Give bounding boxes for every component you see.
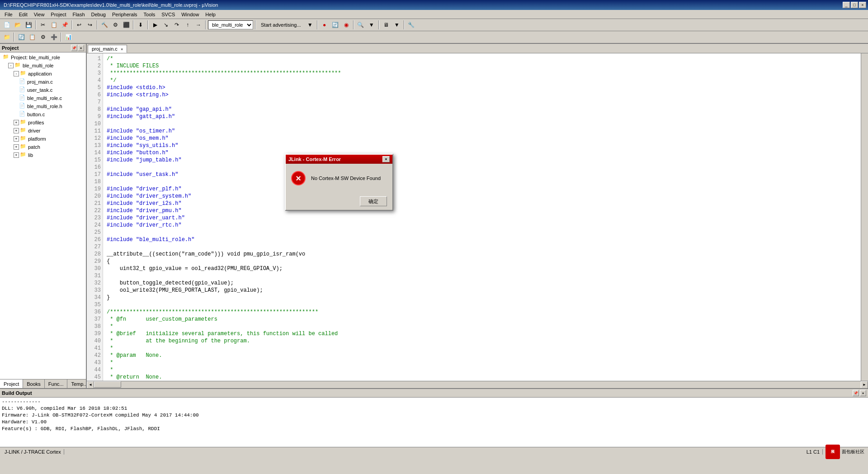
- project-panel-title-text: Project: [2, 45, 19, 51]
- adv-dropdown-btn[interactable]: ▼: [305, 20, 315, 30]
- menu-window[interactable]: Window: [179, 11, 202, 18]
- window-title: D:\FREQCHIP\FR801xH-SDK\examples\dev1.0\…: [2, 2, 843, 8]
- manage-config-btn[interactable]: ⚙: [38, 32, 48, 42]
- freq-chip-text: 面包板社区: [842, 449, 864, 455]
- expand-profiles-icon[interactable]: +: [14, 120, 19, 125]
- tree-folder-lib[interactable]: + 📁 lib: [1, 151, 85, 159]
- tab-temp-label: Temp...: [71, 381, 87, 387]
- build-output-close-btn[interactable]: ×: [860, 390, 866, 396]
- rebuild-btn[interactable]: ⚙: [110, 20, 120, 30]
- h-scroll-thumb[interactable]: [94, 381, 121, 388]
- open-btn[interactable]: 📂: [13, 20, 23, 30]
- tree-folder-profiles[interactable]: + 📁 profiles: [1, 118, 85, 127]
- window-controls: _ □ ×: [843, 2, 866, 8]
- undo-btn[interactable]: ↩: [74, 20, 84, 30]
- settings-btn[interactable]: 🔧: [406, 20, 416, 30]
- menu-flash[interactable]: Flash: [70, 11, 88, 18]
- status-bar: J-LINK / J-TRACE Cortex L1 C1 频 面包板社区: [0, 447, 868, 456]
- tree-folder-patch-label: patch: [28, 144, 40, 150]
- maximize-button[interactable]: □: [851, 2, 858, 8]
- tab-books[interactable]: Books: [23, 379, 45, 388]
- start-debug-btn[interactable]: ▶: [150, 20, 160, 30]
- translate-btn[interactable]: 🔄: [16, 32, 26, 42]
- manage-targets-btn[interactable]: 📋: [27, 32, 37, 42]
- tree-folder-platform[interactable]: + 📁 platform: [1, 135, 85, 143]
- project-manage-btn[interactable]: 📁: [2, 32, 12, 42]
- tree-file-ble-multi-role-c[interactable]: 📄 ble_multi_role.c: [1, 94, 85, 102]
- h-scroll-left-btn[interactable]: ◄: [87, 381, 94, 389]
- expand-driver-icon[interactable]: +: [14, 128, 19, 133]
- expand-ble-icon[interactable]: -: [8, 63, 14, 68]
- h-scrollbar[interactable]: ◄ ►: [87, 381, 868, 388]
- status-position-text: L1 C1: [807, 449, 820, 455]
- panel-close-btn[interactable]: ×: [78, 45, 84, 51]
- close-button[interactable]: ×: [859, 2, 866, 8]
- tree-folder-driver[interactable]: + 📁 driver: [1, 127, 85, 135]
- adv-run-btn[interactable]: 🔄: [330, 20, 340, 30]
- menu-svcs[interactable]: SVCS: [159, 11, 178, 18]
- tree-folder-patch[interactable]: + 📁 patch: [1, 143, 85, 151]
- start-advertising-btn[interactable]: Start advertising...: [258, 20, 304, 30]
- menu-edit[interactable]: Edit: [16, 11, 30, 18]
- step-out-btn[interactable]: ↑: [183, 20, 193, 30]
- tab-temp[interactable]: Temp...: [67, 379, 87, 388]
- editor-tab-proj-main[interactable]: proj_main.c ×: [88, 45, 127, 53]
- tree-file-user-task[interactable]: 📄 user_task.c: [1, 86, 85, 94]
- menu-help[interactable]: Help: [203, 11, 218, 18]
- tab-close-icon[interactable]: ×: [121, 47, 123, 52]
- file-icon-ble-c: 📄: [19, 95, 26, 102]
- panel-pin-btn[interactable]: 📌: [71, 45, 77, 51]
- expand-platform-icon[interactable]: +: [14, 136, 19, 142]
- tree-folder-ble-multi-role[interactable]: - 📁 ble_multi_role: [1, 62, 85, 70]
- h-scroll-right-btn[interactable]: ►: [861, 381, 868, 389]
- minimize-button[interactable]: _: [843, 2, 850, 8]
- expand-app-icon[interactable]: -: [14, 71, 19, 76]
- tab-func[interactable]: Func...: [45, 379, 68, 388]
- download-btn[interactable]: ⬇: [136, 20, 146, 30]
- copy-btn[interactable]: 📋: [49, 20, 59, 30]
- version-control-btn[interactable]: 📊: [63, 32, 73, 42]
- paste-btn[interactable]: 📌: [60, 20, 70, 30]
- tree-file-ble-h-label: ble_multi_role.h: [27, 104, 62, 109]
- dialog-confirm-btn[interactable]: 确定: [360, 196, 387, 206]
- stop-btn[interactable]: ⬛: [121, 20, 131, 30]
- tree-file-proj-main[interactable]: 📄 proj_main.c: [1, 78, 85, 86]
- tree-file-ble-multi-role-h[interactable]: 📄 ble_multi_role.h: [1, 102, 85, 110]
- menu-tools[interactable]: Tools: [141, 11, 158, 18]
- tab-project[interactable]: Project: [0, 379, 23, 388]
- search-dropdown-btn[interactable]: ▼: [367, 20, 377, 30]
- menu-view[interactable]: View: [31, 11, 47, 18]
- dialog-close-btn[interactable]: ×: [382, 156, 390, 162]
- search-btn[interactable]: 🔍: [356, 20, 366, 30]
- save-btn[interactable]: 💾: [24, 20, 33, 30]
- step-over-btn[interactable]: ↷: [172, 20, 182, 30]
- target-dropdown[interactable]: ble_multi_role: [208, 20, 253, 29]
- menu-file[interactable]: File: [2, 11, 15, 18]
- build-output-pin-btn[interactable]: 📌: [853, 390, 859, 396]
- project-panel-tabs: Project Books Func... Temp...: [0, 379, 86, 388]
- file-icon-proj-main: 📄: [19, 78, 26, 85]
- project-tree: 📁 Project: ble_multi_role - 📁 ble_multi_…: [0, 52, 86, 379]
- tree-folder-application[interactable]: - 📁 application: [1, 70, 85, 78]
- display-dropdown-btn[interactable]: ▼: [392, 20, 402, 30]
- expand-lib-icon[interactable]: +: [14, 152, 19, 158]
- stop-adv-btn[interactable]: ●: [320, 20, 330, 30]
- manage-rtx-btn[interactable]: ➕: [49, 32, 59, 42]
- build-btn[interactable]: 🔨: [99, 20, 109, 30]
- run-to-cursor-btn[interactable]: →: [193, 20, 203, 30]
- expand-patch-icon[interactable]: +: [14, 144, 19, 150]
- step-in-btn[interactable]: ↘: [161, 20, 171, 30]
- menu-debug[interactable]: Debug: [89, 11, 108, 18]
- new-file-btn[interactable]: 📄: [2, 20, 12, 30]
- menu-peripherals[interactable]: Peripherals: [109, 11, 140, 18]
- adv-stop2-btn[interactable]: ◉: [341, 20, 351, 30]
- code-editor[interactable]: 12345 678910 1112131415 1617181920 21222…: [87, 53, 868, 381]
- menu-project[interactable]: Project: [48, 11, 69, 18]
- display-btn[interactable]: 🖥: [381, 20, 391, 30]
- redo-btn[interactable]: ↪: [85, 20, 95, 30]
- tab-project-label: Project: [4, 381, 19, 387]
- cut-btn[interactable]: ✂: [38, 20, 48, 30]
- tree-file-button-c[interactable]: 📄 button.c: [1, 110, 85, 118]
- editor-scrollbar[interactable]: [861, 53, 868, 381]
- tree-root[interactable]: 📁 Project: ble_multi_role: [1, 53, 85, 62]
